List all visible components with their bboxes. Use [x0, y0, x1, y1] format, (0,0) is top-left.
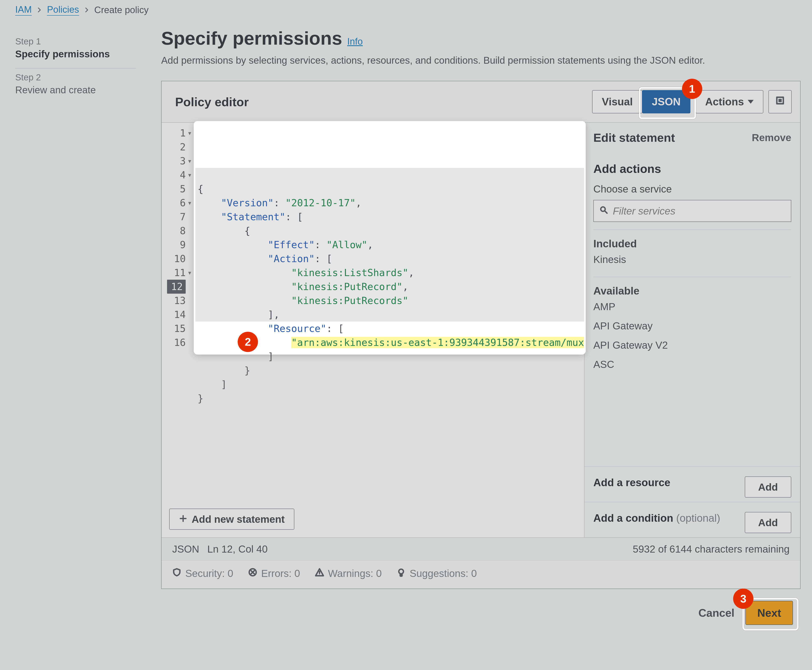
available-service-item[interactable]: API Gateway V2 — [593, 335, 791, 355]
shield-icon — [172, 568, 181, 579]
svg-point-6 — [319, 574, 320, 575]
error-icon — [248, 568, 257, 579]
service-filter[interactable] — [593, 200, 791, 222]
step-1-label: Step 1 — [15, 36, 136, 47]
diag-security[interactable]: Security: 0 — [172, 568, 233, 579]
statement-editor-rail: Edit statement Remove Add actions Choose… — [584, 123, 800, 537]
line-gutter: 1▾23▾4▾56▾7891011▾1213141516 — [162, 123, 196, 409]
info-link[interactable]: Info — [347, 36, 363, 47]
next-button[interactable]: Next — [745, 601, 793, 625]
panel-title: Policy editor — [175, 95, 249, 109]
choose-a-service-label: Choose a service — [593, 183, 791, 195]
available-service-item[interactable]: ASC — [593, 355, 791, 374]
lightbulb-icon — [397, 568, 406, 579]
panel-header: Policy editor Visual JSON Actions — [162, 81, 800, 122]
page-description: Add permissions by selecting services, a… — [161, 54, 728, 66]
optional-label: (optional) — [676, 512, 720, 524]
step-2-label: Step 2 — [15, 72, 136, 83]
code-editor[interactable]: 1▾23▾4▾56▾7891011▾1213141516 { "Version"… — [162, 123, 584, 537]
breadcrumb-policies[interactable]: Policies — [47, 4, 79, 16]
actions-dropdown-button[interactable]: Actions — [696, 90, 763, 113]
wizard-steps: Step 1 Specify permissions Step 2 Review… — [15, 20, 136, 104]
plus-icon — [179, 513, 187, 525]
diag-suggestions[interactable]: Suggestions: 0 — [397, 568, 477, 579]
editor-area: 1▾23▾4▾56▾7891011▾1213141516 { "Version"… — [162, 122, 800, 537]
available-heading: Available — [593, 285, 791, 297]
available-service-item[interactable]: AMP — [593, 297, 791, 316]
wizard-footer: Cancel Next — [161, 589, 800, 625]
page: Step 1 Specify permissions Step 2 Review… — [0, 20, 812, 625]
add-condition-button[interactable]: Add — [745, 512, 791, 533]
service-filter-input[interactable] — [613, 205, 785, 217]
fullscreen-button[interactable] — [768, 90, 792, 113]
actions-label: Actions — [705, 96, 744, 108]
fullscreen-icon — [775, 96, 785, 108]
breadcrumb: IAM Policies Create policy — [0, 0, 812, 20]
editor-status-bar: JSON Ln 12, Col 40 5932 of 6144 characte… — [162, 537, 800, 560]
diag-errors[interactable]: Errors: 0 — [248, 568, 300, 579]
add-actions-heading: Add actions — [593, 162, 791, 176]
svg-line-3 — [605, 211, 607, 213]
add-resource-button[interactable]: Add — [745, 476, 791, 497]
editor-mode-indicator: JSON — [172, 543, 199, 555]
included-service-item[interactable]: Kinesis — [593, 250, 791, 269]
page-title: Specify permissions — [161, 27, 342, 49]
included-heading: Included — [593, 238, 791, 250]
available-service-item[interactable]: Access Analyzer — [593, 374, 791, 377]
diag-warnings[interactable]: Warnings: 0 — [315, 568, 382, 579]
step-1-title: Specify permissions — [15, 48, 136, 60]
search-icon — [599, 205, 608, 217]
mode-json-button[interactable]: JSON — [642, 90, 690, 113]
code-content[interactable]: { "Version": "2012-10-17", "Statement": … — [196, 123, 584, 409]
diagnostics-bar: Security: 0 Errors: 0 Warnings: 0 Sugges… — [162, 560, 800, 589]
add-new-statement-label: Add new statement — [192, 513, 285, 525]
remove-statement-button[interactable]: Remove — [752, 132, 791, 144]
svg-point-7 — [399, 569, 403, 574]
cursor-position: Ln 12, Col 40 — [207, 543, 268, 555]
add-a-condition-label: Add a condition — [593, 512, 673, 524]
edit-statement-heading: Edit statement — [593, 131, 675, 144]
mode-visual-button[interactable]: Visual — [592, 90, 642, 113]
step-1[interactable]: Step 1 Specify permissions — [15, 32, 136, 69]
available-service-item[interactable]: API Gateway — [593, 316, 791, 335]
breadcrumb-iam[interactable]: IAM — [15, 4, 32, 16]
editor-mode-segment: Visual JSON — [592, 90, 690, 113]
main-content: Specify permissions Info Add permissions… — [161, 20, 800, 625]
warning-icon — [315, 568, 324, 579]
cancel-button[interactable]: Cancel — [697, 606, 736, 619]
step-2[interactable]: Step 2 Review and create — [15, 69, 136, 104]
add-a-condition-row: Add a condition (optional) Add — [584, 502, 800, 537]
add-a-resource-label: Add a resource — [593, 476, 670, 489]
char-count: 5932 of 6144 characters remaining — [633, 543, 790, 555]
caret-down-icon — [748, 100, 754, 104]
chevron-right-icon — [36, 7, 42, 13]
add-a-resource-row: Add a resource Add — [584, 466, 800, 502]
chevron-right-icon — [84, 7, 89, 13]
step-2-title: Review and create — [15, 84, 136, 96]
add-new-statement-button[interactable]: Add new statement — [169, 509, 294, 530]
policy-editor-panel: Policy editor Visual JSON Actions — [161, 81, 800, 589]
breadcrumb-current: Create policy — [94, 5, 149, 15]
svg-rect-1 — [778, 99, 782, 102]
